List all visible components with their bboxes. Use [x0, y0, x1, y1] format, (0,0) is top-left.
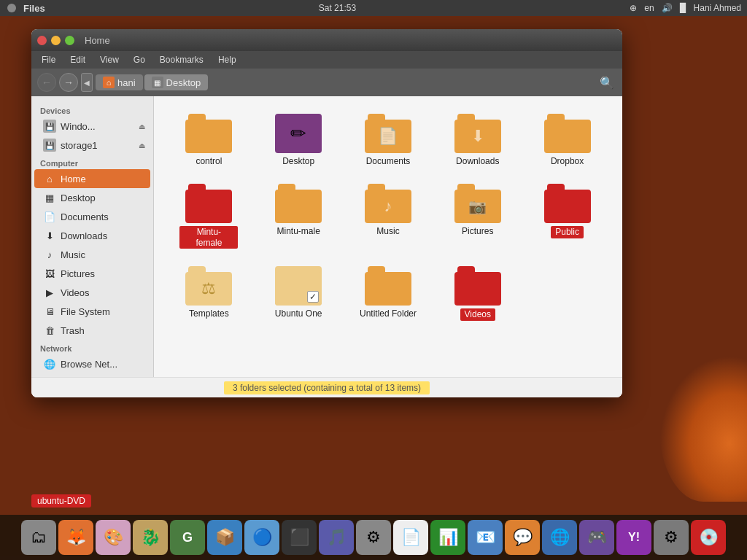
file-item-desktop[interactable]: ✏ Desktop — [255, 108, 342, 172]
file-item-public[interactable]: Public — [524, 178, 611, 254]
folder-icon-downloads: ⬇ — [454, 114, 501, 153]
filesystem-icon: 🖥 — [43, 305, 56, 318]
file-item-untitled-folder[interactable]: Untitled Folder — [345, 260, 432, 326]
desktop-breadcrumb-icon: ▦ — [152, 77, 163, 88]
back-button[interactable]: ← — [37, 73, 56, 92]
folder-icon-control — [185, 114, 232, 153]
menu-bar: File Edit View Go Bookmarks Help — [31, 51, 622, 69]
taskbar-icon-chat[interactable]: 💬 — [505, 520, 540, 555]
sidebar-item-downloads[interactable]: ⬇ Downloads — [31, 226, 153, 245]
menu-help[interactable]: Help — [212, 53, 242, 66]
folder-icon-music: ♪ — [365, 184, 411, 223]
home-breadcrumb-icon: ⌂ — [103, 77, 115, 88]
folder-icon-untitled — [365, 266, 411, 306]
forward-button[interactable]: → — [59, 73, 78, 92]
taskbar-icon-dragon[interactable]: 🐉 — [133, 520, 168, 555]
breadcrumb-home-label: hani — [117, 77, 136, 88]
menu-bookmarks[interactable]: Bookmarks — [154, 53, 209, 66]
downloads-icon: ⬇ — [43, 229, 56, 242]
breadcrumb: ⌂ hani ▦ Desktop — [96, 74, 595, 90]
taskbar-icon-art[interactable]: 🎨 — [96, 520, 131, 555]
file-item-videos[interactable]: Videos — [434, 260, 521, 326]
menu-view[interactable]: View — [94, 53, 125, 66]
taskbar-icon-files[interactable]: 🗂 — [21, 520, 56, 555]
taskbar-icon-yahoo[interactable]: Y! — [616, 520, 651, 555]
sidebar-item-trash[interactable]: 🗑 Trash — [31, 321, 153, 340]
device-windows[interactable]: 💾 Windo... ⏏ — [31, 117, 153, 136]
language-indicator: en — [644, 3, 654, 13]
taskbar-icon-dropbox[interactable]: 📦 — [207, 520, 242, 555]
volume-icon: 🔊 — [662, 3, 673, 13]
taskbar-icon-terminal[interactable]: ⬛ — [282, 520, 317, 555]
storage1-device-icon: 💾 — [43, 139, 56, 152]
file-item-downloads[interactable]: ⬇ Downloads — [434, 108, 521, 172]
sidebar: Devices 💾 Windo... ⏏ 💾 storage1 ⏏ Comput… — [31, 96, 154, 377]
taskbar-icon-green[interactable]: G — [170, 520, 205, 555]
toolbar: ← → ◀ ⌂ hani ▦ Desktop 🔍 — [31, 69, 622, 96]
status-text: 3 folders selected (containing a total o… — [224, 381, 430, 394]
taskbar-icon-firefox[interactable]: 🦊 — [58, 520, 93, 555]
taskbar-icon-browser[interactable]: 🌐 — [542, 520, 577, 555]
taskbar-icon-text[interactable]: 📄 — [393, 520, 428, 555]
taskbar-icon-config[interactable]: ⚙ — [654, 520, 689, 555]
file-item-dropbox[interactable]: Dropbox — [524, 108, 611, 172]
minimize-button[interactable] — [51, 36, 61, 45]
file-name-mintu-male: Mintu-male — [277, 226, 320, 236]
maximize-button[interactable] — [65, 36, 74, 45]
file-name-desktop: Desktop — [282, 156, 314, 166]
desktop-special-icon: ✏ — [275, 114, 322, 153]
sidebar-item-network[interactable]: 🌐 Browse Net... — [31, 354, 153, 373]
sidebar-item-home[interactable]: ⌂ Home — [34, 169, 150, 188]
taskbar-icon-spreadsheet[interactable]: 📊 — [430, 520, 465, 555]
title-bar: Home — [31, 29, 622, 51]
file-item-mintu-female[interactable]: Mintu-female — [166, 178, 252, 254]
sidebar-item-music[interactable]: ♪ Music — [31, 245, 153, 264]
breadcrumb-home[interactable]: ⌂ hani — [96, 74, 143, 90]
sidebar-item-videos[interactable]: ▶ Videos — [31, 283, 153, 302]
file-name-templates: Templates — [189, 308, 229, 319]
file-grid: control ✏ Desktop 📄 Documents — [154, 96, 622, 377]
menu-file[interactable]: File — [36, 53, 61, 66]
close-button[interactable] — [37, 36, 47, 45]
file-item-templates[interactable]: ⚖ Templates — [166, 260, 252, 326]
search-button[interactable]: 🔍 — [597, 73, 616, 92]
sidebar-toggle[interactable]: ◀ — [81, 73, 93, 92]
taskbar-icon-mail[interactable]: 📧 — [468, 520, 503, 555]
status-bar: 3 folders selected (containing a total o… — [31, 377, 622, 397]
file-item-mintu-male[interactable]: Mintu-male — [255, 178, 342, 254]
signal-icon: ▉ — [680, 3, 686, 13]
file-item-music[interactable]: ♪ Music — [345, 178, 432, 254]
sidebar-trash-label: Trash — [61, 325, 147, 336]
sidebar-item-documents[interactable]: 📄 Documents — [31, 207, 153, 226]
folder-icon-templates: ⚖ — [185, 266, 232, 306]
sidebar-item-pictures[interactable]: 🖼 Pictures — [31, 264, 153, 283]
device-storage1[interactable]: 💾 storage1 ⏏ — [31, 136, 153, 155]
file-item-pictures[interactable]: 📷 Pictures — [434, 178, 521, 254]
menu-edit[interactable]: Edit — [64, 53, 91, 66]
storage1-eject-button[interactable]: ⏏ — [136, 139, 147, 151]
windows-device-icon: 💾 — [43, 120, 56, 133]
file-item-control[interactable]: control — [166, 108, 252, 172]
taskbar-icon-game[interactable]: 🎮 — [579, 520, 614, 555]
taskbar: 🗂 🦊 🎨 🐉 G 📦 🔵 ⬛ 🎵 ⚙ 📄 📊 📧 💬 🌐 🎮 Y! ⚙ 💿 — [0, 515, 747, 560]
documents-icon: 📄 — [43, 210, 56, 223]
taskbar-icon-settings[interactable]: ⚙ — [356, 520, 391, 555]
folder-icon-pictures: 📷 — [454, 184, 501, 223]
sidebar-videos-label: Videos — [61, 287, 147, 298]
devices-section-title: Devices — [31, 102, 153, 117]
file-item-ubuntu-one[interactable]: ✓ Ubuntu One — [255, 260, 342, 326]
sidebar-documents-label: Documents — [61, 211, 147, 222]
taskbar-icon-blue[interactable]: 🔵 — [244, 520, 279, 555]
taskbar-icon-disk[interactable]: 💿 — [691, 520, 726, 555]
menu-go[interactable]: Go — [128, 53, 151, 66]
taskbar-icon-music-player[interactable]: 🎵 — [319, 520, 354, 555]
sidebar-item-filesystem[interactable]: 🖥 File System — [31, 302, 153, 321]
folder-icon-public — [544, 184, 591, 223]
content-area: Devices 💾 Windo... ⏏ 💾 storage1 ⏏ Comput… — [31, 96, 622, 377]
file-item-documents[interactable]: 📄 Documents — [345, 108, 432, 172]
sidebar-item-desktop[interactable]: ▦ Desktop — [31, 188, 153, 207]
breadcrumb-desktop[interactable]: ▦ Desktop — [144, 74, 209, 90]
windows-eject-button[interactable]: ⏏ — [136, 120, 147, 132]
breadcrumb-desktop-label: Desktop — [166, 77, 201, 88]
sidebar-filesystem-label: File System — [61, 306, 147, 317]
